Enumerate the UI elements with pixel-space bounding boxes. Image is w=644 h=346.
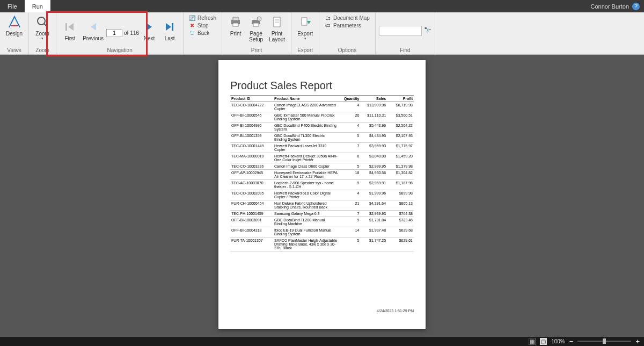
cell-quantity: 5 bbox=[339, 237, 360, 251]
ribbon-group-navigation: First Previous of 116 Next Last Navigati… bbox=[56, 12, 184, 54]
cell-product-name: Hon Deluxe Fabric Upholstered Stacking C… bbox=[273, 200, 339, 211]
cell-profit: $764.38 bbox=[387, 211, 414, 217]
svg-rect-8 bbox=[172, 23, 173, 31]
cell-product-id: OFF-BI-10004318 bbox=[230, 227, 273, 237]
stop-icon: ✖ bbox=[189, 22, 195, 28]
svg-marker-7 bbox=[166, 23, 171, 31]
cell-sales: $1,937.48 bbox=[360, 227, 387, 237]
help-icon[interactable]: ? bbox=[632, 3, 640, 10]
table-row: OFF-BI-10004995GBC DocuBind P400 Electri… bbox=[230, 122, 414, 133]
export-button[interactable]: Export ▾ bbox=[295, 13, 316, 42]
magnifier-icon bbox=[35, 15, 50, 30]
report-page: Product Sales Report Product ID Product … bbox=[218, 60, 426, 329]
previous-page-button[interactable]: Previous bbox=[80, 18, 106, 42]
previous-label: Previous bbox=[83, 35, 104, 41]
print-layout-label: Print Layout bbox=[269, 31, 285, 42]
group-label-options: Options bbox=[319, 47, 375, 54]
tab-file[interactable]: File bbox=[0, 0, 25, 12]
cell-quantity: 4 bbox=[339, 102, 360, 112]
cell-sales: $2,939.93 bbox=[360, 211, 387, 217]
page-setup-label: Page Setup bbox=[249, 31, 263, 42]
ribbon: Design Views Zoom ▾ Zoom First Pr bbox=[0, 12, 644, 55]
print-button[interactable]: Print bbox=[225, 13, 246, 38]
cell-quantity: 14 bbox=[339, 227, 360, 237]
ribbon-group-zoom: Zoom ▾ Zoom bbox=[29, 12, 56, 54]
ribbon-group-actions: 🔄Refresh ✖Stop ⮌Back bbox=[184, 12, 222, 54]
refresh-button[interactable]: 🔄Refresh bbox=[189, 15, 216, 21]
page-total-label: 116 bbox=[130, 30, 139, 36]
cell-product-name: Canon imageCLASS 2200 Advanced Copier bbox=[273, 102, 339, 112]
svg-rect-3 bbox=[65, 23, 67, 31]
cell-product-name: GBC DocuBind P400 Electric Binding Syste… bbox=[273, 122, 339, 133]
cell-quantity: 21 bbox=[339, 200, 360, 211]
view-mode-page-icon[interactable]: ▢ bbox=[540, 338, 547, 345]
cell-product-name: GBC DocuBind TL300 Electric Binding Syst… bbox=[273, 133, 339, 143]
ribbon-group-export: Export ▾ Export bbox=[291, 12, 319, 54]
page-setup-button[interactable]: Page Setup bbox=[246, 13, 266, 44]
svg-rect-15 bbox=[274, 17, 280, 27]
page-number-input[interactable] bbox=[106, 29, 122, 37]
svg-marker-20 bbox=[307, 21, 311, 24]
cell-product-name: Hewlett-Packard Deskjet 3050a All-in-One… bbox=[273, 153, 339, 163]
zoom-button[interactable]: Zoom ▾ bbox=[32, 13, 53, 42]
document-map-label: Document Map bbox=[333, 15, 370, 21]
first-page-button[interactable]: First bbox=[60, 18, 80, 42]
cell-profit: $805.13 bbox=[387, 200, 414, 211]
cell-quantity: 9 bbox=[339, 180, 360, 190]
cell-product-id: TEC-CO-10002095 bbox=[230, 190, 273, 200]
current-user[interactable]: Connor Burton ? bbox=[586, 0, 644, 12]
svg-point-1 bbox=[38, 17, 45, 25]
last-page-button[interactable]: Last bbox=[159, 18, 180, 42]
back-button[interactable]: ⮌Back bbox=[189, 30, 216, 36]
group-label-export: Export bbox=[291, 47, 319, 54]
cell-profit: $2,107.93 bbox=[387, 133, 414, 143]
table-row: TEC-CO-10002095Hewlett Packard 610 Color… bbox=[230, 190, 414, 200]
group-label-navigation: Navigation bbox=[56, 47, 183, 54]
cell-quantity: 7 bbox=[339, 143, 360, 153]
refresh-label: Refresh bbox=[197, 15, 216, 21]
cell-product-id: TEC-CO-10004722 bbox=[230, 102, 273, 112]
zoom-slider[interactable] bbox=[577, 341, 631, 342]
cell-product-name: Honeywell Enviracaire Portable HEPA Air … bbox=[273, 170, 339, 180]
zoom-in-button[interactable]: + bbox=[635, 337, 640, 345]
print-layout-button[interactable]: Print Layout bbox=[266, 13, 288, 44]
cell-sales: $5,443.96 bbox=[360, 122, 387, 133]
parameters-button[interactable]: 🏷Parameters bbox=[325, 22, 370, 28]
cell-product-name: SAFCO PlanMaster Heigh-Adjustable Drafti… bbox=[273, 237, 339, 251]
cell-quantity: 4 bbox=[339, 122, 360, 133]
binoculars-icon[interactable]: 🔭 bbox=[424, 27, 431, 34]
refresh-icon: 🔄 bbox=[189, 15, 195, 21]
cell-profit: $629.68 bbox=[387, 227, 414, 237]
col-product-name: Product Name bbox=[273, 96, 339, 102]
parameters-icon: 🏷 bbox=[325, 22, 331, 28]
zoom-out-button[interactable]: − bbox=[569, 337, 574, 345]
design-button[interactable]: Design bbox=[3, 13, 25, 38]
cell-profit: $3,500.51 bbox=[387, 112, 414, 122]
cell-product-id: FUR-TA-10001307 bbox=[230, 237, 273, 251]
view-mode-normal-icon[interactable]: ▦ bbox=[529, 338, 536, 345]
last-label: Last bbox=[165, 35, 175, 41]
find-input[interactable] bbox=[379, 26, 422, 35]
zoom-thumb[interactable] bbox=[603, 338, 606, 344]
report-timestamp: 4/24/2023 1:51:29 PM bbox=[377, 309, 414, 313]
tab-run[interactable]: Run bbox=[25, 0, 50, 12]
svg-rect-19 bbox=[302, 18, 307, 25]
cell-product-id: TEC-CO-10001449 bbox=[230, 143, 273, 153]
ribbon-group-options: 🗂Document Map 🏷Parameters Options bbox=[319, 12, 376, 54]
cell-profit: $2,504.22 bbox=[387, 122, 414, 133]
cell-product-name: Canon Image Class D660 Copier bbox=[273, 163, 339, 170]
user-name-label: Connor Burton bbox=[590, 3, 629, 10]
printer-icon bbox=[228, 15, 243, 30]
cell-profit: $1,187.96 bbox=[387, 180, 414, 190]
page-of-label: of bbox=[124, 30, 128, 36]
ribbon-group-views: Design Views bbox=[0, 12, 29, 54]
title-bar: File Run Connor Burton ? bbox=[0, 0, 644, 12]
previous-icon bbox=[86, 19, 101, 34]
document-map-button[interactable]: 🗂Document Map bbox=[325, 15, 370, 21]
stop-button[interactable]: ✖Stop bbox=[189, 22, 216, 28]
dropdown-caret-icon: ▾ bbox=[304, 37, 306, 41]
next-page-button[interactable]: Next bbox=[139, 18, 159, 42]
cell-product-id: FUR-CH-10000454 bbox=[230, 200, 273, 211]
report-canvas[interactable]: Product Sales Report Product ID Product … bbox=[0, 55, 644, 337]
cell-product-id: OFF-BI-10000545 bbox=[230, 112, 273, 122]
